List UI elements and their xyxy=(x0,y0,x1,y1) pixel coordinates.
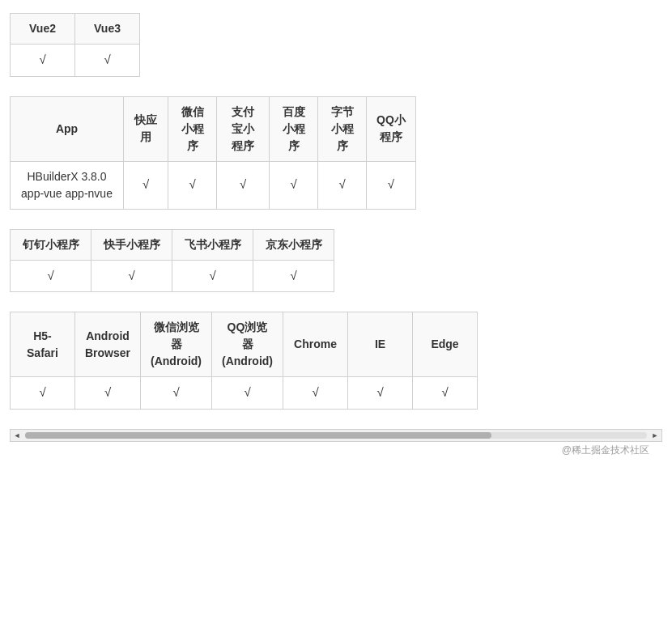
app-header: App xyxy=(11,96,124,161)
table-row: √ √ √ √ √ √ √ xyxy=(11,377,478,410)
kuaishou-header: 快手小程序 xyxy=(91,229,172,260)
chrome-cell: √ xyxy=(283,377,348,410)
scrollbar-area[interactable]: ◄ ► xyxy=(10,429,662,442)
wechat-browser-header: 微信浏览 器 (Android) xyxy=(141,312,212,377)
table-row: √ √ √ √ xyxy=(11,260,334,292)
ie-cell: √ xyxy=(348,377,413,410)
scrollbar-track[interactable] xyxy=(25,432,647,439)
jingdong-header: 京东小程序 xyxy=(253,229,334,260)
jingdong-cell: √ xyxy=(253,260,334,292)
wechat-browser-cell: √ xyxy=(141,377,212,410)
alipay-mini-cell: √ xyxy=(217,161,270,209)
platform-table-section: App 快应 用 微信 小程 序 支付 宝小 程序 百度 小程 序 字节 小程 … xyxy=(10,96,662,210)
android-browser-header: Android Browser xyxy=(75,312,141,377)
watermark: @稀土掘金技术社区 xyxy=(10,444,662,457)
table-row: √ √ xyxy=(11,45,140,77)
mini-table: 钉钉小程序 快手小程序 飞书小程序 京东小程序 √ √ √ √ xyxy=(10,229,334,293)
kuaishou-cell: √ xyxy=(91,260,172,292)
vue2-cell: √ xyxy=(11,45,75,77)
qq-mini-cell: √ xyxy=(367,161,416,209)
baidu-mini-header: 百度 小程 序 xyxy=(270,96,318,161)
dingding-cell: √ xyxy=(11,260,91,292)
alipay-mini-header: 支付 宝小 程序 xyxy=(217,96,270,161)
browser-table-section: H5- Safari Android Browser 微信浏览 器 (Andro… xyxy=(10,312,662,410)
vue-table-section: Vue2 Vue3 √ √ xyxy=(10,13,662,77)
browser-table: H5- Safari Android Browser 微信浏览 器 (Andro… xyxy=(10,312,478,410)
app-name-cell: HBuilderX 3.8.0 app-vue app-nvue xyxy=(11,161,124,209)
scroll-right-arrow[interactable]: ► xyxy=(649,429,661,442)
feishu-header: 飞书小程序 xyxy=(172,229,253,260)
dingding-header: 钉钉小程序 xyxy=(11,229,91,260)
baidu-mini-cell: √ xyxy=(270,161,318,209)
mini-table-section: 钉钉小程序 快手小程序 飞书小程序 京东小程序 √ √ √ √ xyxy=(10,229,662,293)
vue3-cell: √ xyxy=(75,45,140,77)
vue3-header: Vue3 xyxy=(75,14,140,45)
bytedance-mini-header: 字节 小程 序 xyxy=(318,96,367,161)
edge-header: Edge xyxy=(413,312,478,377)
platform-table: App 快应 用 微信 小程 序 支付 宝小 程序 百度 小程 序 字节 小程 … xyxy=(10,96,416,210)
quick-app-cell: √ xyxy=(124,161,168,209)
scrollbar-thumb[interactable] xyxy=(25,432,491,439)
chrome-header: Chrome xyxy=(283,312,348,377)
bytedance-mini-cell: √ xyxy=(318,161,367,209)
qq-browser-header: QQ浏览 器 (Android) xyxy=(212,312,283,377)
table-row: HBuilderX 3.8.0 app-vue app-nvue √ √ √ √… xyxy=(11,161,416,209)
page-wrapper: Vue2 Vue3 √ √ App 快应 用 微信 小程 序 支付 宝小 程序 xyxy=(0,0,672,477)
vue-table: Vue2 Vue3 √ √ xyxy=(10,13,140,77)
vue2-header: Vue2 xyxy=(11,14,75,45)
scroll-left-arrow[interactable]: ◄ xyxy=(11,429,23,442)
android-browser-cell: √ xyxy=(75,377,141,410)
ie-header: IE xyxy=(348,312,413,377)
h5-safari-cell: √ xyxy=(11,377,75,410)
wechat-mini-cell: √ xyxy=(168,161,217,209)
qq-mini-header: QQ小 程序 xyxy=(367,96,416,161)
qq-browser-cell: √ xyxy=(212,377,283,410)
wechat-mini-header: 微信 小程 序 xyxy=(168,96,217,161)
quick-app-header: 快应 用 xyxy=(124,96,168,161)
h5-safari-header: H5- Safari xyxy=(11,312,75,377)
edge-cell: √ xyxy=(413,377,478,410)
feishu-cell: √ xyxy=(172,260,253,292)
